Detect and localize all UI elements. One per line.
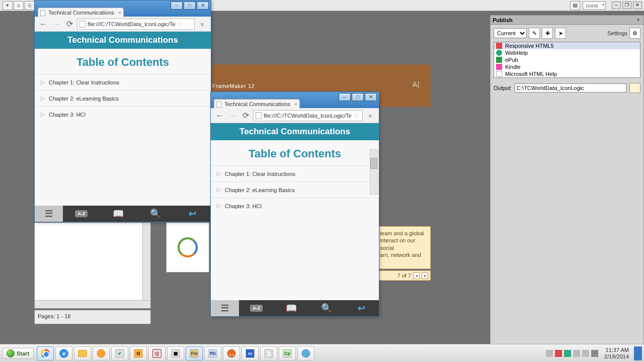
url-input[interactable]: file:///C:/TCWorldData_IconLogic/Te ☆ xyxy=(77,19,195,30)
bookmark-star-icon[interactable]: ☆ xyxy=(354,112,360,119)
toc-list-icon[interactable]: ☰ xyxy=(211,300,239,316)
glossary-book-icon[interactable]: 📖 xyxy=(100,206,137,222)
tray-volume-icon[interactable] xyxy=(591,350,598,357)
reload-button[interactable]: ⟳ xyxy=(240,110,251,121)
taskbar-app-misc[interactable]: ▦ xyxy=(167,346,184,360)
taskbar-app-chrome[interactable] xyxy=(37,346,54,360)
browser1-titlebar[interactable]: Technical Communications × – □ ✕ xyxy=(35,1,211,17)
minimize-button[interactable]: – xyxy=(339,93,351,101)
tray-icon[interactable] xyxy=(555,350,562,357)
toolbar-button[interactable]: ▦ xyxy=(570,1,580,10)
publish-open-button[interactable]: ✚ xyxy=(542,28,553,39)
toc-item[interactable]: ▷Chapter 2: eLearning Basics xyxy=(35,90,211,106)
taskbar-app-explorer[interactable] xyxy=(74,346,91,360)
scroll-thumb[interactable] xyxy=(370,158,377,169)
toc-item[interactable]: ▷Chapter 3: HCI xyxy=(211,198,379,214)
display-icon: ▭ xyxy=(246,349,255,358)
toolbar-button[interactable]: ⎘ xyxy=(25,1,35,10)
close-button[interactable]: ✕ xyxy=(365,93,377,101)
url-input[interactable]: file:///C:/TCWorldData_IconLogic/Te ☆ xyxy=(253,110,363,121)
toc-item[interactable]: ▷Chapter 2: eLearning Basics xyxy=(211,182,379,198)
taskbar-app-captivate[interactable]: Cp xyxy=(279,346,296,360)
pager-prev-button[interactable]: ◂ xyxy=(413,273,420,279)
maximize-button[interactable]: □ xyxy=(184,2,196,10)
toc-item[interactable]: ▷Chapter 3: HCI xyxy=(35,106,211,122)
close-button[interactable]: ✕ xyxy=(633,2,642,9)
scrollbar-vertical[interactable] xyxy=(370,149,378,195)
close-button[interactable]: ✕ xyxy=(197,2,209,10)
show-desktop-button[interactable] xyxy=(634,346,642,360)
settings-button[interactable]: ⚙ xyxy=(629,28,640,39)
start-button[interactable]: Start xyxy=(2,348,34,359)
search-icon[interactable]: 🔍 xyxy=(137,206,174,222)
clock-date: 2/19/2014 xyxy=(604,353,629,359)
taskbar-app-robohelp[interactable]: Rh xyxy=(204,346,221,360)
index-az-button[interactable]: A-Z xyxy=(239,300,274,316)
browser2-bottom-toolbar: ☰ A-Z 📖 🔍 ↩ xyxy=(211,300,379,316)
taskbar-app-framemaker[interactable]: Fm xyxy=(186,346,203,360)
reload-button[interactable]: ⟳ xyxy=(64,19,75,30)
maximize-button[interactable]: □ xyxy=(352,93,364,101)
back-button[interactable]: ← xyxy=(38,19,49,30)
style-dropdown[interactable]: none xyxy=(583,2,606,10)
forward-button[interactable]: → xyxy=(227,110,238,121)
close-tab-icon[interactable]: × xyxy=(294,102,297,107)
toc-item[interactable]: ▷Chapter 1: Clear Instructions xyxy=(211,165,379,182)
scrollbar-vertical[interactable] xyxy=(142,223,150,300)
tray-icon[interactable] xyxy=(582,350,589,357)
publish-scope-dropdown[interactable]: Current xyxy=(494,28,527,38)
scrollbar-horizontal[interactable] xyxy=(35,300,150,308)
output-path-input[interactable] xyxy=(515,83,626,93)
taskbar-app-ie[interactable]: e xyxy=(55,346,72,360)
panel-menu-icon[interactable]: ▾ xyxy=(635,17,641,23)
close-tab-icon[interactable]: × xyxy=(118,10,121,16)
browse-output-button[interactable] xyxy=(629,83,640,93)
pager-next-button[interactable]: ▸ xyxy=(422,273,428,279)
browser1-tab-title: Technical Communications xyxy=(48,10,114,16)
publish-new-button[interactable]: ✎ xyxy=(529,28,540,39)
minimize-button[interactable]: – xyxy=(171,2,183,10)
page-banner: Technical Communications xyxy=(35,32,211,49)
publish-title: Publish xyxy=(493,17,513,23)
toc-list-icon[interactable]: ☰ xyxy=(35,206,63,222)
url-text: file:///C:/TCWorldData_IconLogic/Te xyxy=(264,113,352,119)
output-item-kindle[interactable]: Kindle xyxy=(494,63,640,70)
index-az-button[interactable]: A-Z xyxy=(63,206,100,222)
search-icon[interactable]: 🔍 xyxy=(309,300,344,316)
hamburger-menu-icon[interactable]: ≡ xyxy=(365,110,376,121)
taskbar-app-generic[interactable] xyxy=(297,346,314,360)
browser2-titlebar[interactable]: Technical Communications × – □ ✕ xyxy=(211,92,379,108)
output-item-epub[interactable]: ePub xyxy=(494,56,640,63)
browser2-tab[interactable]: Technical Communications × xyxy=(214,99,300,109)
taskbar-app-wmp[interactable] xyxy=(93,346,110,360)
bookmark-star-icon[interactable]: ☆ xyxy=(178,20,184,28)
tray-icon[interactable] xyxy=(564,350,571,357)
taskbar-app-firefox[interactable]: 🦊 xyxy=(223,346,240,360)
forward-button[interactable]: → xyxy=(51,19,62,30)
minimize-button[interactable]: – xyxy=(612,2,621,9)
glossary-book-icon[interactable]: 📖 xyxy=(274,300,309,316)
browser1-tab[interactable]: Technical Communications × xyxy=(38,8,124,17)
taskbar-app-notepad[interactable]: 📄 xyxy=(260,346,277,360)
output-item-responsive-html5[interactable]: Responsive HTML5 xyxy=(494,42,640,49)
toolbar-button[interactable]: ≡ xyxy=(14,1,24,10)
toolbar-button[interactable]: ▾ xyxy=(3,1,13,10)
output-item-mshtml[interactable]: Microsoft HTML Help xyxy=(494,70,640,77)
output-item-webhelp[interactable]: WebHelp xyxy=(494,49,640,56)
pages-thumbnail-strip xyxy=(34,222,151,309)
toc-item[interactable]: ▷Chapter 1: Clear Instructions xyxy=(35,74,211,90)
publish-generate-button[interactable]: ➤ xyxy=(555,28,566,39)
taskbar-app-outlook[interactable]: O xyxy=(130,346,147,360)
taskbar-app-quicken[interactable]: Q xyxy=(148,346,166,360)
maximize-button[interactable]: ❐ xyxy=(622,2,631,9)
taskbar-app-acrobat[interactable]: ✔ xyxy=(111,346,128,360)
back-button[interactable]: ← xyxy=(214,110,225,121)
return-icon[interactable]: ↩ xyxy=(344,300,379,316)
tray-icon[interactable] xyxy=(573,350,580,357)
return-icon[interactable]: ↩ xyxy=(174,206,211,222)
hamburger-menu-icon[interactable]: ≡ xyxy=(197,19,208,30)
tray-icon[interactable] xyxy=(546,350,553,357)
taskbar-app-display[interactable]: ▭ xyxy=(242,346,259,360)
system-tray[interactable] xyxy=(543,350,601,357)
taskbar-clock[interactable]: 11:37 AM 2/19/2014 xyxy=(601,347,632,359)
